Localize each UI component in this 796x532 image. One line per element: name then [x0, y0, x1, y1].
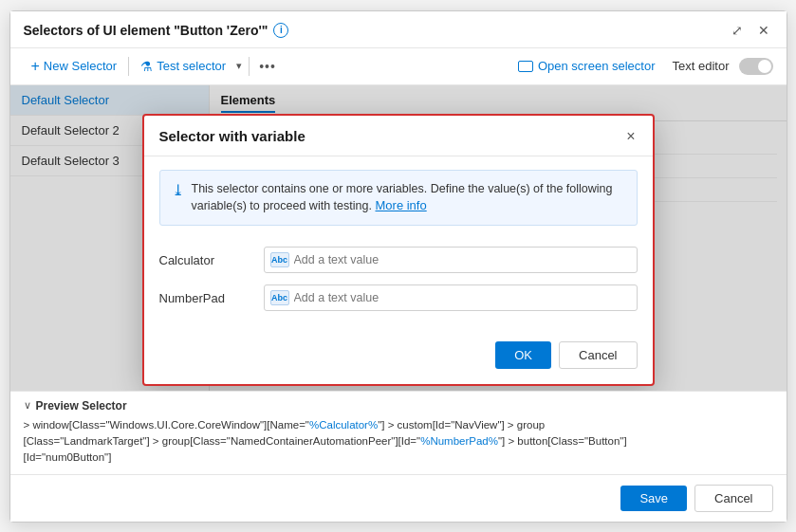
cancel-button[interactable]: Cancel	[694, 485, 772, 512]
modal-actions: OK Cancel	[144, 338, 653, 384]
calculator-abc-icon: Abc	[270, 252, 289, 267]
new-selector-label: New Selector	[44, 59, 117, 73]
preview-code-part-2: "] > custom[Id="NavView"] > group	[378, 419, 545, 431]
preview-code-part-5: [Id="num0Button"]	[24, 451, 112, 463]
separator-2	[249, 57, 250, 76]
modal-info-banner: ⤓ This selector contains one or more var…	[159, 170, 638, 227]
preview-header[interactable]: ∨ Preview Selector	[24, 399, 773, 413]
text-editor-label: Text editor	[673, 59, 730, 73]
new-selector-button[interactable]: + New Selector	[24, 54, 125, 79]
modal-title-bar: Selector with variable ×	[144, 116, 653, 156]
preview-code-part-4: "] > button[Class="Button"]	[498, 435, 627, 447]
numberpad-field-row: NumberPad Abc	[159, 284, 638, 311]
more-info-link[interactable]: More info	[376, 198, 427, 212]
calculator-field-row: Calculator Abc	[159, 247, 638, 273]
open-screen-selector-button[interactable]: Open screen selector	[510, 55, 663, 77]
flask-icon: ⚗	[140, 59, 153, 74]
test-selector-label: Test selector	[157, 59, 226, 73]
numberpad-label: NumberPad	[159, 291, 254, 305]
info-icon[interactable]: i	[273, 23, 288, 38]
close-button[interactable]: ✕	[754, 21, 773, 40]
text-editor-toggle[interactable]	[739, 58, 773, 75]
numberpad-input-wrap: Abc	[264, 284, 638, 311]
modal-cancel-button[interactable]: Cancel	[559, 341, 637, 369]
modal-close-button[interactable]: ×	[624, 127, 637, 146]
modal-overlay: Selector with variable × ⤓ This selector…	[10, 85, 787, 391]
modal-title: Selector with variable	[159, 128, 305, 144]
expand-button[interactable]: ⤢	[728, 21, 747, 40]
more-options-button[interactable]: •••	[253, 55, 282, 78]
test-selector-chevron[interactable]: ▾	[233, 56, 245, 76]
preview-code: > window[Class="Windows.UI.Core.CoreWind…	[24, 417, 773, 467]
toggle-knob	[758, 60, 771, 73]
main-content: Default Selector Default Selector 2 Defa…	[10, 85, 787, 391]
preview-highlight-1: %Calculator%	[309, 419, 378, 431]
numberpad-input[interactable]	[294, 285, 631, 310]
screen-icon	[518, 61, 533, 72]
test-selector-button[interactable]: ⚗ Test selector	[133, 55, 233, 78]
calculator-input-wrap: Abc	[264, 247, 638, 273]
preview-header-text: Preview Selector	[36, 399, 127, 413]
preview-chevron-icon: ∨	[24, 399, 31, 412]
preview-section: ∨ Preview Selector > window[Class="Windo…	[10, 391, 787, 474]
save-button[interactable]: Save	[620, 486, 687, 511]
calculator-label: Calculator	[159, 253, 254, 267]
calculator-input[interactable]	[294, 248, 631, 272]
modal-fields: Calculator Abc NumberPad Abc	[144, 239, 653, 338]
main-window: Selectors of UI element "Button 'Zero'" …	[9, 10, 787, 523]
selector-variable-modal: Selector with variable × ⤓ This selector…	[142, 114, 655, 387]
preview-code-part-1: > window[Class="Windows.UI.Core.CoreWind…	[24, 419, 309, 431]
plus-icon: +	[31, 58, 40, 75]
separator-1	[128, 57, 129, 76]
window-title: Selectors of UI element "Button 'Zero'"	[24, 23, 268, 38]
info-upload-icon: ⤓	[172, 181, 184, 199]
preview-code-part-3: [Class="LandmarkTarget"] > group[Class="…	[24, 435, 421, 447]
modal-ok-button[interactable]: OK	[495, 341, 551, 369]
title-bar: Selectors of UI element "Button 'Zero'" …	[10, 11, 787, 48]
toolbar: + New Selector ⚗ Test selector ▾ ••• Ope…	[10, 48, 787, 85]
open-screen-selector-label: Open screen selector	[538, 59, 656, 73]
preview-highlight-2: %NumberPad%	[420, 435, 498, 447]
bottom-bar: Save Cancel	[10, 474, 787, 522]
numberpad-abc-icon: Abc	[270, 290, 289, 305]
